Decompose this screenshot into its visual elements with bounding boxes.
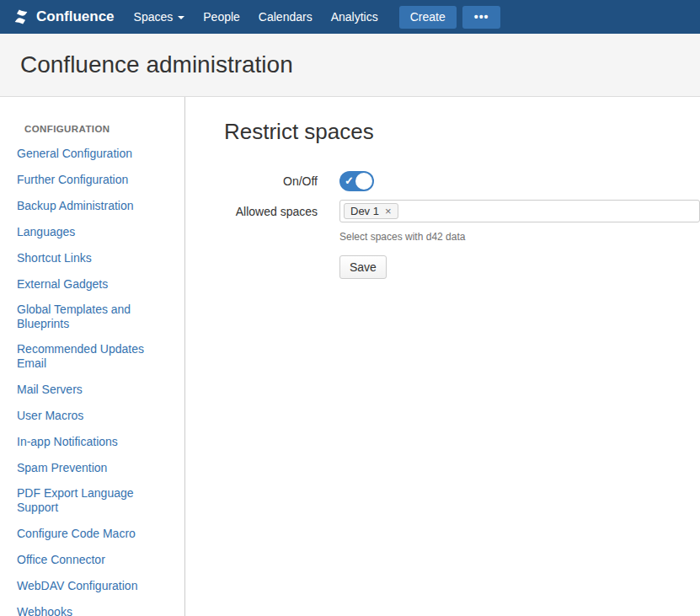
sidebar-item: Mail Servers [17,382,171,397]
sidebar-link-general-configuration[interactable]: General Configuration [17,147,132,161]
top-nav: Confluence Spaces People Calendars Analy… [0,0,700,34]
sidebar-item: Further Configuration [17,172,171,187]
sidebar-item: Webhooks [17,604,171,616]
sidebar-link-configure-code-macro[interactable]: Configure Code Macro [17,527,136,541]
onoff-toggle[interactable]: ✓ [339,171,374,191]
sidebar-link-backup-administration[interactable]: Backup Administration [17,199,134,213]
nav-analytics[interactable]: Analytics [322,0,387,34]
helper-text: Select spaces with d42 data [339,231,700,243]
sidebar-link-pdf-export-language-support[interactable]: PDF Export Language Support [17,486,171,515]
sidebar-link-shortcut-links[interactable]: Shortcut Links [17,251,92,265]
main-content: Restrict spaces On/Off ✓ Allowed spaces … [185,97,700,616]
sidebar-link-webdav-configuration[interactable]: WebDAV Configuration [17,579,137,593]
sidebar-heading: CONFIGURATION [0,124,184,134]
sidebar-link-recommended-updates-email[interactable]: Recommended Updates Email [17,342,171,371]
sidebar-item: PDF Export Language Support [17,486,171,515]
nav-calendars-label: Calendars [259,10,313,24]
nav-calendars[interactable]: Calendars [249,0,322,34]
sidebar-item: Configure Code Macro [17,526,171,541]
nav-spaces[interactable]: Spaces [125,0,195,34]
nav-analytics-label: Analytics [331,10,378,24]
space-tag: Dev 1 × [344,203,398,219]
onoff-row: On/Off ✓ [224,171,700,191]
sidebar-item: Global Templates and Blueprints [17,303,171,331]
sidebar-link-languages[interactable]: Languages [17,225,75,239]
nav-people[interactable]: People [194,0,249,34]
admin-sidebar: CONFIGURATION General Configuration Furt… [0,97,185,616]
sidebar-link-webhooks[interactable]: Webhooks [17,605,72,616]
sidebar-item: Shortcut Links [17,250,171,265]
sidebar-link-further-configuration[interactable]: Further Configuration [17,173,128,187]
space-tag-label: Dev 1 [350,205,379,217]
section-title: Restrict spaces [224,119,700,144]
sidebar-item: Spam Prevention [17,460,171,475]
sidebar-link-mail-servers[interactable]: Mail Servers [17,383,83,397]
create-button[interactable]: Create [399,6,457,29]
remove-tag-icon[interactable]: × [385,206,392,217]
sidebar-link-in-app-notifications[interactable]: In-app Notifications [17,435,118,449]
onoff-label: On/Off [224,174,318,188]
page-body: CONFIGURATION General Configuration Furt… [0,97,700,616]
brand-name: Confluence [36,8,115,25]
sidebar-link-external-gadgets[interactable]: External Gadgets [17,277,108,292]
nav-people-label: People [203,10,240,24]
confluence-home-link[interactable]: Confluence [8,8,125,26]
allowed-spaces-row: Allowed spaces Dev 1 × [224,200,700,222]
more-button[interactable]: ••• [462,6,501,29]
sidebar-item: Backup Administration [17,198,171,213]
sidebar-item: External Gadgets [17,276,171,292]
toggle-knob [355,173,372,190]
sidebar-item: Recommended Updates Email [17,342,171,371]
sidebar-item: Languages [17,224,171,239]
sidebar-item: In-app Notifications [17,434,171,449]
sidebar-item: General Configuration [17,146,171,161]
page-title: Confluence administration [20,51,680,79]
page-header: Confluence administration [0,34,700,97]
check-icon: ✓ [345,174,354,188]
nav-spaces-label: Spaces [134,10,174,24]
sidebar-link-user-macros[interactable]: User Macros [17,409,83,423]
sidebar-link-spam-prevention[interactable]: Spam Prevention [17,461,107,475]
sidebar-item: User Macros [17,408,171,423]
sidebar-item: Office Connector [17,552,171,567]
allowed-spaces-label: Allowed spaces [224,205,318,218]
confluence-logo-icon [12,8,30,26]
sidebar-link-office-connector[interactable]: Office Connector [17,553,105,567]
sidebar-item: WebDAV Configuration [17,578,171,593]
save-button[interactable]: Save [339,255,387,279]
sidebar-link-global-templates-blueprints[interactable]: Global Templates and Blueprints [17,303,171,331]
allowed-spaces-input[interactable]: Dev 1 × [339,200,700,222]
sidebar-list: General Configuration Further Configurat… [0,146,184,616]
chevron-down-icon [178,16,184,19]
